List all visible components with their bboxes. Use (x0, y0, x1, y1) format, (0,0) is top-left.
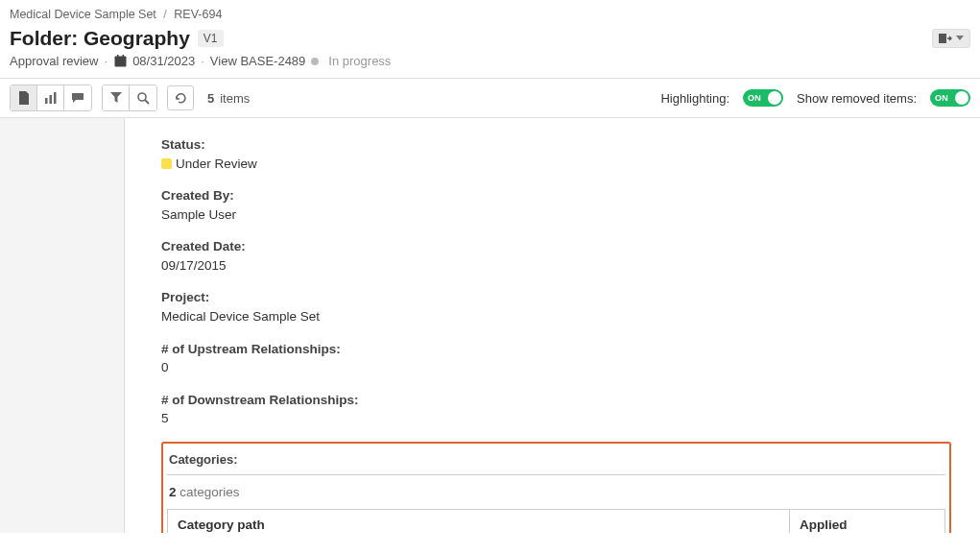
review-date: 08/31/2023 (132, 54, 195, 68)
categories-section: Categories: 2 categories Category path A… (161, 442, 951, 533)
view-mode-group (10, 84, 92, 111)
highlighting-label: Highlighting: (660, 91, 729, 106)
col-applied: Applied (790, 509, 945, 533)
project-label: Project: (161, 288, 951, 307)
svg-rect-0 (939, 34, 946, 43)
refresh-icon (175, 92, 187, 105)
review-type: Approval review (10, 54, 99, 68)
item-count-suffix: items (220, 91, 250, 106)
upstream-label: # of Upstream Relationships: (161, 340, 951, 359)
downstream-label: # of Downstream Relationships: (161, 391, 951, 410)
subheader: Approval review · 08/31/2023 · View BASE… (0, 50, 980, 79)
stats-view-button[interactable] (37, 85, 64, 110)
version-badge: V1 (198, 30, 224, 47)
search-button[interactable] (130, 85, 156, 110)
svg-rect-6 (49, 95, 52, 104)
view-label: View BASE-2489 (210, 54, 306, 68)
comment-icon (71, 92, 84, 104)
categories-table: Category path Applied 2027 Version 10 Re… (167, 509, 945, 533)
bar-chart-icon (44, 92, 58, 104)
document-view-button[interactable] (11, 85, 37, 110)
caret-down-icon (956, 36, 964, 41)
toolbar: 5 items Highlighting: ON Show removed it… (0, 79, 980, 118)
downstream-value: 5 (161, 409, 951, 428)
search-icon (137, 92, 150, 105)
refresh-button[interactable] (167, 85, 194, 110)
export-button[interactable] (932, 29, 970, 48)
separator-dot: · (201, 54, 204, 68)
breadcrumb-separator: / (163, 8, 166, 21)
document-icon (18, 91, 30, 105)
status-chip-icon (161, 158, 172, 169)
filter-search-group (102, 84, 157, 111)
calendar-icon (113, 55, 127, 68)
filter-button[interactable] (103, 85, 130, 110)
show-removed-label: Show removed items: (797, 91, 917, 106)
created-by-value: Sample User (161, 205, 951, 225)
breadcrumb-root[interactable]: Medical Device Sample Set (10, 8, 156, 21)
svg-rect-4 (122, 55, 124, 58)
created-date-label: Created Date: (161, 237, 951, 256)
categories-count: 2 categories (167, 474, 945, 509)
status-value: Under Review (161, 155, 951, 174)
categories-header: Categories: (167, 446, 945, 474)
svg-line-9 (145, 100, 149, 104)
export-icon (939, 33, 952, 44)
review-status: In progress (328, 54, 391, 68)
created-date-value: 09/17/2015 (161, 256, 951, 276)
comments-view-button[interactable] (64, 85, 91, 110)
item-count-number: 5 (207, 91, 214, 106)
col-category-path: Category path (168, 509, 790, 533)
filter-icon (110, 92, 122, 104)
svg-rect-5 (45, 98, 48, 104)
page-title: Folder: Geography (10, 27, 190, 50)
highlighting-toggle[interactable]: ON (743, 89, 783, 107)
categories-count-label: categories (179, 485, 239, 499)
breadcrumb: Medical Device Sample Set / REV-694 (0, 0, 980, 25)
item-count: 5 items (207, 91, 250, 106)
status-label: Status: (161, 135, 951, 155)
svg-rect-7 (54, 92, 57, 104)
breadcrumb-current: REV-694 (174, 8, 222, 21)
content-pane[interactable]: Status: Under Review Created By: Sample … (125, 118, 980, 533)
created-by-label: Created By: (161, 186, 951, 205)
left-sidebar (0, 118, 125, 533)
separator-dot: · (105, 54, 108, 68)
status-dot-icon (311, 58, 319, 65)
upstream-value: 0 (161, 358, 951, 377)
svg-point-8 (138, 93, 146, 101)
show-removed-toggle[interactable]: ON (930, 89, 970, 107)
categories-count-number: 2 (169, 485, 177, 499)
svg-rect-3 (117, 55, 119, 58)
project-value: Medical Device Sample Set (161, 307, 951, 326)
